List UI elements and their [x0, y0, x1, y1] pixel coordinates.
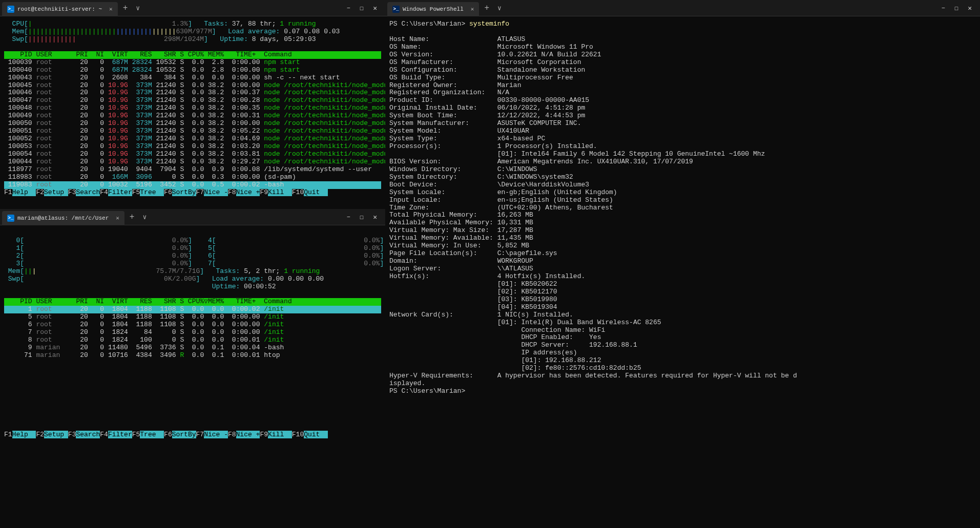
- process-row[interactable]: 100046 root 20 0 10.9G 373M 21240 S 0.0 …: [4, 89, 381, 97]
- process-row[interactable]: 9 marian 20 0 11480 5496 3736 S 0.0 0.1 …: [4, 344, 381, 352]
- window-controls: – ☐ ✕: [935, 4, 978, 12]
- ps-prompt-line: PS C:\Users\Marian> systeminfo: [389, 20, 976, 28]
- systeminfo-row: System Locale: en-gb;English (United Kin…: [389, 189, 976, 197]
- process-row[interactable]: 1 root 20 0 1804 1188 1108 S 0.0 0.0 0:0…: [4, 306, 381, 313]
- process-row[interactable]: 100047 root 20 0 10.9G 373M 21240 S 0.0 …: [4, 97, 381, 104]
- maximize-icon[interactable]: ☐: [360, 4, 364, 12]
- process-row[interactable]: 100050 root 20 0 10.9G 373M 21240 S 0.0 …: [4, 120, 381, 128]
- process-row[interactable]: 6 root 20 0 1804 1188 1108 S 0.0 0.0 0:0…: [4, 321, 381, 329]
- window-bottom-left: >_ marian@atlasus: /mnt/c/User ✕ + ∨ – ☐…: [0, 209, 385, 528]
- fkey[interactable]: F9: [260, 188, 268, 196]
- systeminfo-row: BIOS Version: American Megatrends Inc. U…: [389, 158, 976, 166]
- process-row[interactable]: 118983 root 20 0 166M 3096 0 S 0.0 0.3 0…: [4, 174, 381, 181]
- systeminfo-row: System Boot Time: 12/12/2022, 4:44:53 pm: [389, 112, 976, 120]
- process-row[interactable]: 100052 root 20 0 10.9G 373M 21240 S 0.0 …: [4, 135, 381, 143]
- systeminfo-row: Input Locale: en-us;English (United Stat…: [389, 197, 976, 204]
- process-row[interactable]: 118977 root 20 0 19040 9404 7904 S 0.0 0…: [4, 166, 381, 174]
- process-row[interactable]: 119083 root 20 0 10032 5196 3452 S 0.0 0…: [4, 181, 381, 189]
- systeminfo-row: Available Physical Memory: 10,331 MB: [389, 219, 976, 227]
- fkey[interactable]: F8: [228, 431, 236, 438]
- systeminfo-row: Page File Location(s): C:\pagefile.sys: [389, 250, 976, 258]
- ps-prompt-line[interactable]: PS C:\Users\Marian>: [389, 388, 976, 395]
- tab-menu-chevron[interactable]: ∨: [139, 213, 150, 221]
- systeminfo-row: Virtual Memory: Max Size: 17,287 MB: [389, 227, 976, 235]
- fkey[interactable]: F8: [228, 188, 236, 196]
- tab-item[interactable]: >_ marian@atlasus: /mnt/c/User ✕: [2, 211, 124, 225]
- titlebar-top-left: >_ root@technikiti-server: ~ ✕ + ∨ – ☐ ✕: [0, 0, 385, 16]
- fkey[interactable]: F5: [132, 431, 140, 438]
- maximize-icon[interactable]: ☐: [954, 4, 958, 12]
- new-tab-button[interactable]: +: [118, 4, 133, 13]
- window-controls: – ☐ ✕: [341, 4, 383, 12]
- systeminfo-row: OS Configuration: Standalone Workstation: [389, 67, 976, 74]
- new-tab-button[interactable]: +: [124, 213, 140, 222]
- systeminfo-row: System Model: UX410UAR: [389, 128, 976, 135]
- minimize-icon[interactable]: –: [942, 4, 946, 12]
- new-tab-button[interactable]: +: [479, 4, 494, 13]
- process-row[interactable]: 100053 root 20 0 10.9G 373M 21240 S 0.0 …: [4, 143, 381, 151]
- close-icon[interactable]: ✕: [373, 213, 377, 221]
- terminal-body-htop-server[interactable]: CPU[| 1.3%] Tasks: 37, 88 thr; 1 running…: [0, 16, 385, 209]
- process-row[interactable]: 71 marian 20 0 10716 4384 3496 R 0.0 0.1…: [4, 352, 381, 360]
- fkey[interactable]: F1: [4, 431, 12, 438]
- fkey[interactable]: F6: [164, 188, 172, 196]
- process-row[interactable]: 100039 root 20 0 687M 28324 10532 S 0.0 …: [4, 59, 381, 67]
- process-row[interactable]: 100040 root 20 0 687M 28324 10532 S 0.0 …: [4, 67, 381, 74]
- fkey[interactable]: F3: [68, 431, 76, 438]
- process-row[interactable]: 100045 root 20 0 10.9G 373M 21240 S 0.0 …: [4, 82, 381, 90]
- fkey[interactable]: F9: [260, 431, 268, 438]
- maximize-icon[interactable]: ☐: [360, 213, 364, 221]
- process-row[interactable]: 5 root 20 0 1804 1188 1108 S 0.0 0.0 0:0…: [4, 313, 381, 321]
- systeminfo-row: Hotfix(s): 4 Hotfix(s) Installed.: [389, 273, 976, 281]
- close-icon[interactable]: ✕: [968, 4, 972, 12]
- fkey[interactable]: F4: [100, 188, 108, 196]
- fkey[interactable]: F10: [292, 431, 304, 438]
- systeminfo-row: Windows Directory: C:\WINDOWS: [389, 166, 976, 174]
- close-icon[interactable]: ✕: [373, 4, 377, 12]
- systeminfo-row: [01]: Intel(R) Dual Band Wireless-AC 826…: [389, 319, 976, 327]
- terminal-icon: >_: [7, 215, 14, 222]
- systeminfo-row: OS Build Type: Multiprocessor Free: [389, 74, 976, 82]
- close-tab-icon[interactable]: ✕: [116, 215, 119, 221]
- process-row[interactable]: 7 root 20 0 1824 84 0 S 0.0 0.0 0:00.00 …: [4, 329, 381, 336]
- titlebar-right: >_ Windows PowerShell ✕ + ∨ – ☐ ✕: [385, 0, 980, 16]
- systeminfo-row: DHCP Enabled: Yes: [389, 334, 976, 342]
- process-row[interactable]: 100043 root 20 0 2608 384 384 S 0.0 0.0 …: [4, 74, 381, 82]
- fkey[interactable]: F3: [68, 188, 76, 196]
- window-controls: – ☐ ✕: [341, 213, 383, 221]
- process-row[interactable]: 100054 root 20 0 10.9G 373M 21240 S 0.0 …: [4, 151, 381, 158]
- tab-item[interactable]: >_ Windows PowerShell ✕: [387, 2, 479, 16]
- tab-title: root@technikiti-server: ~: [17, 6, 102, 12]
- process-row[interactable]: 100049 root 20 0 10.9G 373M 21240 S 0.0 …: [4, 112, 381, 120]
- minimize-icon[interactable]: –: [347, 4, 351, 12]
- minimize-icon[interactable]: –: [347, 213, 351, 221]
- tab-menu-chevron[interactable]: ∨: [494, 4, 505, 12]
- fkey[interactable]: F2: [36, 431, 44, 438]
- fkey[interactable]: F1: [4, 188, 12, 196]
- systeminfo-row: [02]: KB5012170: [389, 288, 976, 296]
- close-tab-icon[interactable]: ✕: [471, 6, 474, 12]
- fkey[interactable]: F5: [132, 188, 140, 196]
- systeminfo-row: Original Install Date: 06/10/2022, 4:51:…: [389, 104, 976, 112]
- systeminfo-row: Registered Owner: Marian: [389, 82, 976, 90]
- fkey[interactable]: F7: [196, 188, 204, 196]
- systeminfo-row: System Directory: C:\WINDOWS\system32: [389, 174, 976, 181]
- terminal-body-powershell[interactable]: PS C:\Users\Marian> systeminfo Host Name…: [385, 16, 980, 528]
- fkey[interactable]: F10: [292, 188, 304, 196]
- process-row[interactable]: 8 root 20 0 1824 100 0 S 0.0 0.0 0:00.01…: [4, 336, 381, 344]
- htop-header[interactable]: PID USER PRI NI VIRT RES SHR S CPU% MEM%…: [4, 51, 381, 59]
- tab-item[interactable]: >_ root@technikiti-server: ~ ✕: [2, 2, 118, 16]
- close-tab-icon[interactable]: ✕: [109, 6, 113, 12]
- htop-header[interactable]: PID USER PRI NI VIRT RES SHR S CPU%▽MEM%…: [4, 298, 381, 306]
- systeminfo-row: Hyper-V Requirements: A hypervisor has b…: [389, 372, 976, 380]
- fkey[interactable]: F6: [164, 431, 172, 438]
- terminal-body-htop-local[interactable]: 0[ 0.0%] 4[ 0.0%] 1[ 0.0%] 5[ 0.0%] 2[: [0, 225, 385, 528]
- fkey[interactable]: F7: [196, 431, 204, 438]
- fkey[interactable]: F4: [100, 431, 108, 438]
- process-row[interactable]: 100044 root 20 0 10.9G 373M 21240 S 0.0 …: [4, 158, 381, 166]
- powershell-icon: >_: [392, 6, 400, 13]
- tab-menu-chevron[interactable]: ∨: [133, 4, 143, 12]
- fkey[interactable]: F2: [36, 188, 44, 196]
- process-row[interactable]: 100051 root 20 0 10.9G 373M 21240 S 0.0 …: [4, 128, 381, 135]
- process-row[interactable]: 100048 root 20 0 10.9G 373M 21240 S 0.0 …: [4, 104, 381, 112]
